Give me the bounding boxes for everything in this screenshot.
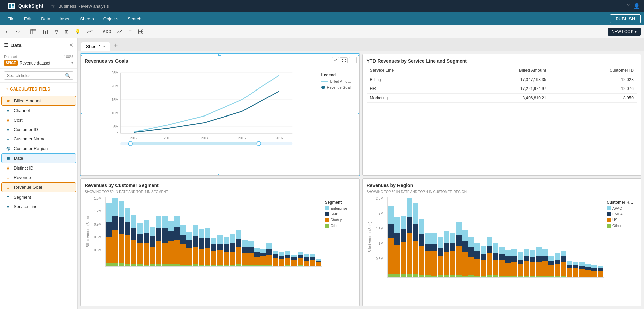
chart-menu-button[interactable]: ⋮ — [349, 57, 357, 63]
add-text[interactable]: T — [126, 27, 134, 36]
bar-segment — [230, 243, 235, 252]
redo-button[interactable]: ↪ — [14, 27, 22, 36]
resize-handle-mr[interactable] — [358, 113, 360, 116]
table-tool[interactable] — [28, 27, 39, 36]
add-calculated-field-button[interactable]: + CALCULATED FIELD — [4, 85, 73, 93]
bar-segment — [156, 264, 161, 266]
bar-segment — [487, 253, 492, 275]
filter-tool[interactable]: ▽ — [52, 27, 61, 36]
menu-edit[interactable]: Edit — [20, 14, 35, 23]
field-item-segment[interactable]: ≡ Segment — [1, 192, 76, 202]
bar-segment — [419, 275, 424, 277]
user-icon[interactable]: 👤 — [633, 3, 640, 9]
bar-segment — [144, 220, 149, 233]
bar-segment — [585, 267, 591, 270]
bar-group — [585, 264, 591, 277]
add-image[interactable]: 🖼 — [135, 27, 145, 36]
calc-tool[interactable]: ⊞ — [62, 27, 71, 36]
top-bar-right: ? 👤 — [627, 3, 640, 9]
bar-segment — [193, 225, 198, 236]
resize-handle-tc[interactable] — [218, 54, 221, 56]
field-item-distinct-id[interactable]: # Distinct ID — [1, 163, 76, 173]
insight-tool[interactable]: 💡 — [72, 27, 83, 36]
legend-goal-label: Revenue Goal — [327, 85, 351, 89]
new-look-button[interactable]: NEW LOOK ▾ — [608, 28, 641, 36]
legend-other-reg: Other — [607, 224, 637, 228]
svg-rect-30 — [130, 142, 259, 145]
bar-segment — [585, 270, 591, 277]
sheet-tab-1[interactable]: Sheet 1 ▾ — [81, 42, 110, 51]
segment-legend: Segment Enterprise SMB Startup — [325, 197, 355, 267]
bar-group — [511, 249, 517, 277]
legend-enterprise: Enterprise — [325, 206, 355, 210]
dataset-dropdown-icon[interactable]: ▾ — [71, 61, 73, 65]
undo-button[interactable]: ↩ — [3, 27, 12, 36]
menu-file[interactable]: File — [3, 14, 19, 23]
help-icon[interactable]: ? — [627, 3, 630, 9]
field-item-revenue[interactable]: = Revenue — [1, 173, 76, 182]
menu-search[interactable]: Search — [124, 14, 146, 23]
field-item-billed-amount[interactable]: # Billed Amount — [1, 96, 76, 106]
bar-segment — [518, 252, 523, 260]
bar-segment — [481, 260, 486, 276]
bar-segment — [273, 258, 278, 265]
field-item-cost[interactable]: # Cost — [1, 115, 76, 125]
field-item-customer-name[interactable]: ≡ Customer Name — [1, 134, 76, 144]
field-item-customer-id[interactable]: ≡ Customer ID — [1, 125, 76, 134]
add-line-chart[interactable] — [114, 27, 125, 36]
field-item-service-line[interactable]: ≡ Service Line — [1, 202, 76, 211]
resize-handle-tl[interactable] — [80, 54, 82, 56]
field-name-label: Segment — [14, 195, 31, 200]
bar-segment — [388, 206, 394, 224]
resize-handle-bl[interactable] — [80, 174, 82, 176]
bar-segment — [137, 223, 143, 234]
bar-group — [579, 262, 585, 277]
field-type-icon: ≡ — [5, 136, 11, 141]
menu-objects[interactable]: Objects — [99, 14, 122, 23]
bar-segment — [186, 232, 192, 240]
bar-segment — [548, 265, 554, 276]
chart-expand-button[interactable]: ⤢ — [332, 57, 339, 63]
bar-segment — [450, 233, 455, 243]
field-name-label: Customer ID — [14, 127, 38, 132]
bar-group — [106, 203, 112, 266]
bar-segment — [499, 247, 505, 254]
menu-insert[interactable]: Insert — [56, 14, 75, 23]
svg-rect-0 — [9, 4, 11, 6]
chart-fullscreen-button[interactable]: ⛶ — [340, 57, 348, 63]
resize-handle-br[interactable] — [358, 174, 360, 176]
field-type-icon: ◎ — [5, 146, 11, 151]
field-name-label: Service Line — [14, 204, 38, 209]
add-sheet-button[interactable]: + — [111, 41, 121, 50]
field-item-customer-region[interactable]: ◎ Customer Region — [1, 144, 76, 153]
bar-group — [248, 241, 254, 266]
bar-segment — [279, 252, 284, 256]
menu-sheets[interactable]: Sheets — [76, 14, 98, 23]
search-input[interactable] — [7, 73, 63, 78]
dataset-selector[interactable]: SPICE Revenue dataset ▾ — [4, 60, 73, 66]
resize-handle-ml[interactable] — [80, 113, 82, 116]
bar-segment — [419, 219, 424, 234]
publish-button[interactable]: PUBLISH — [610, 14, 641, 23]
visual-tool[interactable] — [84, 27, 95, 36]
field-item-channel[interactable]: ≡ Channel — [1, 106, 76, 115]
legend-emea: EMEA — [607, 212, 637, 216]
field-item-revenue-goal[interactable]: # Revenue Goal — [1, 182, 76, 192]
bar-segment — [186, 265, 192, 266]
resize-handle-tr[interactable] — [358, 54, 360, 56]
bar-group — [304, 254, 309, 266]
sheet-tab-arrow[interactable]: ▾ — [103, 45, 105, 48]
bar-segment — [585, 277, 591, 277]
menu-data[interactable]: Data — [37, 14, 54, 23]
bar-segment — [394, 245, 400, 274]
svg-text:2013: 2013 — [164, 136, 172, 140]
legend-billed-color — [321, 81, 328, 82]
bar-group — [291, 255, 297, 266]
bar-segment — [266, 265, 272, 266]
bar-group — [211, 238, 216, 266]
field-item-date[interactable]: ▣ Date — [1, 153, 76, 163]
resize-handle-bc[interactable] — [218, 174, 221, 176]
bar-chart-tool[interactable] — [40, 27, 51, 36]
close-sidebar-button[interactable]: ✕ — [69, 42, 73, 48]
bar-segment — [168, 264, 174, 266]
